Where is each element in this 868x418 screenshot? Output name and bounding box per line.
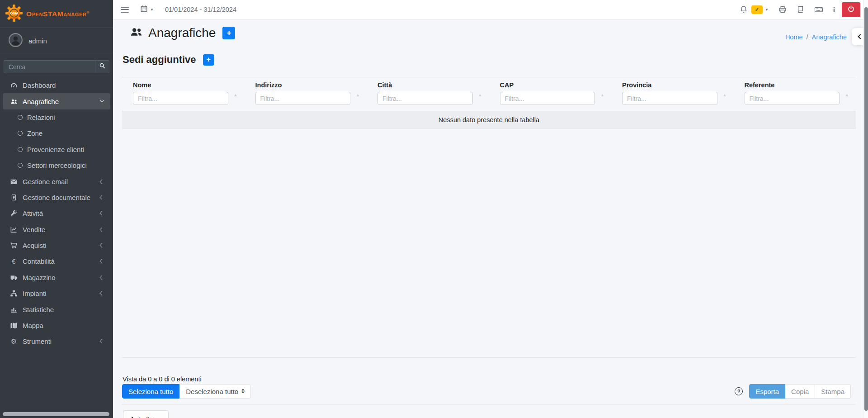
wrench-icon <box>9 209 19 217</box>
sidebar-item-mappa[interactable]: Mappa <box>3 318 110 333</box>
sidebar-item-gestione-email[interactable]: Gestione email <box>3 173 110 189</box>
envelope-icon <box>9 178 19 185</box>
column-header[interactable]: Nome <box>133 81 228 89</box>
chevron-left-icon <box>100 259 104 264</box>
sidebar-subitem-relazioni[interactable]: Relazioni <box>3 109 110 125</box>
table-empty-message: Nessun dato presente nella tabella <box>122 111 856 129</box>
sidebar-item-label: Impianti <box>23 290 47 297</box>
users-icon <box>9 98 19 105</box>
filter-input-nome[interactable] <box>133 92 228 105</box>
add-anagrafica-button[interactable]: + <box>222 27 235 39</box>
hamburger-menu-icon[interactable] <box>121 7 129 13</box>
copy-button[interactable]: Copia <box>785 384 815 399</box>
sidebar-item-label: Strumenti <box>23 337 52 345</box>
section-title: Sedi aggiuntive <box>123 54 196 66</box>
chevron-left-icon <box>100 291 104 296</box>
sidebar-item-anagrafiche[interactable]: Anagrafiche <box>3 93 110 109</box>
sidebar-item-dashboard[interactable]: Dashboard <box>3 77 110 93</box>
shopping-cart-icon <box>9 242 19 249</box>
sort-icon[interactable]: ▲ <box>845 93 849 97</box>
print-icon[interactable] <box>778 5 787 14</box>
sidebar-subitem-settori-merceologici[interactable]: Settori merceologici <box>3 157 110 173</box>
status-check-badge[interactable]: ✓ <box>751 5 763 14</box>
sort-icon[interactable]: ▲ <box>723 93 727 97</box>
back-button[interactable]: Indietro <box>123 410 169 418</box>
column-header[interactable]: Indirizzo <box>255 81 351 89</box>
date-picker-toggle[interactable]: ▼ <box>140 5 154 14</box>
chevron-left-icon <box>858 34 863 39</box>
notifications-bell-icon[interactable] <box>740 5 748 14</box>
logout-power-button[interactable] <box>842 2 860 17</box>
filter-input-cap[interactable] <box>500 92 595 105</box>
keyboard-shortcuts-icon[interactable] <box>814 5 823 14</box>
column-header[interactable]: Provincia <box>622 81 717 89</box>
filter-input-referente[interactable] <box>745 92 840 105</box>
sidebar-item-label: Anagrafiche <box>23 98 59 105</box>
sidebar-item-strumenti[interactable]: ⚙ Strumenti <box>3 333 110 349</box>
tachometer-icon <box>9 81 19 89</box>
data-table: Nome ▲ Indirizzo ▲ Città ▲ CAP ▲ <box>122 77 856 358</box>
column-header[interactable]: Città <box>377 81 473 89</box>
sort-icon[interactable]: ▲ <box>478 93 482 97</box>
sidebar-item-label: Provenienze clienti <box>27 146 84 153</box>
sidebar-item-gestione-documentale[interactable]: Gestione documentale <box>3 190 110 205</box>
search-icon <box>99 62 106 71</box>
bar-chart-icon <box>9 306 19 314</box>
search-button[interactable] <box>95 60 109 73</box>
sidebar-subitem-provenienze-clienti[interactable]: Provenienze clienti <box>3 142 110 157</box>
select-all-button[interactable]: Seleziona tutto <box>122 384 179 399</box>
add-sede-button[interactable]: + <box>203 54 214 66</box>
column-cap: CAP ▲ <box>489 77 612 111</box>
breadcrumb-home-link[interactable]: Home <box>785 33 803 41</box>
vertical-scrollbar[interactable] <box>863 0 868 418</box>
sidebar-item-vendite[interactable]: Vendite <box>3 222 110 238</box>
info-icon[interactable]: i <box>833 6 835 14</box>
username[interactable]: admin <box>28 37 47 45</box>
sidebar-item-statistiche[interactable]: Statistiche <box>3 301 110 317</box>
sidebar-item-acquisti[interactable]: Acquisti <box>3 238 110 253</box>
search-input[interactable] <box>4 60 95 73</box>
breadcrumb-current-link[interactable]: Anagrafiche <box>812 33 847 41</box>
sort-icon[interactable]: ▲ <box>600 93 604 97</box>
sidebar-horizontal-scrollbar[interactable] <box>3 412 109 416</box>
sort-icon[interactable]: ▲ <box>356 93 360 97</box>
sitemap-icon <box>9 290 19 297</box>
print-button[interactable]: Stampa <box>815 384 851 399</box>
page-header: Anagrafiche + <box>129 26 235 40</box>
sidebar-subitem-zone[interactable]: Zone <box>3 125 110 141</box>
caret-down-icon[interactable]: ▼ <box>765 8 769 12</box>
filter-input-provincia[interactable] <box>622 92 717 105</box>
circle-icon <box>18 115 23 120</box>
deselect-all-button[interactable]: Deseleziona tutto 0 <box>179 384 251 399</box>
filter-input-citta[interactable] <box>377 92 473 105</box>
sidebar-item-label: Statistiche <box>23 306 54 314</box>
date-range-label[interactable]: 01/01/2024 - 31/12/2024 <box>165 6 236 13</box>
export-button[interactable]: Esporta <box>749 384 785 399</box>
euro-icon: € <box>9 258 19 265</box>
table-actions: Seleziona tutto Deseleziona tutto 0 ? Es… <box>122 384 851 399</box>
brand[interactable]: OSM OpenSTAManager® <box>0 0 113 28</box>
column-header[interactable]: Referente <box>745 81 840 89</box>
map-icon <box>9 322 19 329</box>
sidebar-menu: Dashboard Anagrafiche Relazioni <box>0 77 113 350</box>
table-body-area <box>122 129 856 358</box>
vertical-scrollbar-thumb[interactable] <box>864 7 868 411</box>
breadcrumb-separator: / <box>807 33 808 41</box>
help-icon[interactable]: ? <box>735 387 743 395</box>
sort-icon[interactable]: ▲ <box>234 93 238 97</box>
sidebar-item-magazzino[interactable]: Magazzino <box>3 270 110 285</box>
column-citta: Città ▲ <box>367 77 489 111</box>
caret-down-icon: ▼ <box>150 8 154 12</box>
column-header[interactable]: CAP <box>500 81 595 89</box>
sidebar-item-impianti[interactable]: Impianti <box>3 285 110 301</box>
sidebar-item-label: Gestione documentale <box>23 194 90 201</box>
filter-input-indirizzo[interactable] <box>255 92 351 105</box>
manual-book-icon[interactable] <box>797 5 804 14</box>
chevron-left-icon <box>100 243 104 248</box>
sidebar-item-contabilita[interactable]: € Contabilità <box>3 253 110 269</box>
table-header: Nome ▲ Indirizzo ▲ Città ▲ CAP ▲ <box>122 77 856 111</box>
sidebar-item-attivita[interactable]: Attività <box>3 205 110 221</box>
user-avatar <box>8 33 23 49</box>
sidebar-item-label: Dashboard <box>23 81 56 89</box>
user-panel[interactable]: admin <box>0 28 113 54</box>
